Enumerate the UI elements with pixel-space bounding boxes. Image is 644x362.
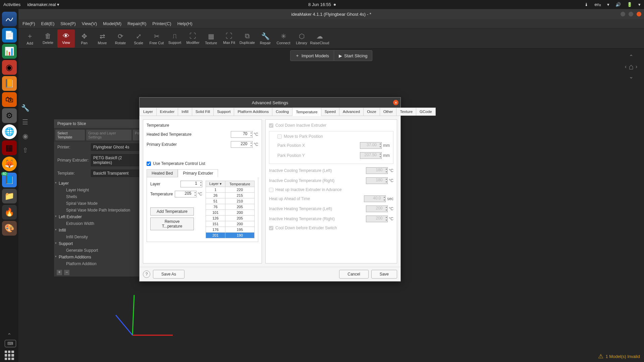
add-temperature-button[interactable]: Add Temperature bbox=[150, 207, 194, 216]
tab-advanced[interactable]: Advanced bbox=[339, 108, 364, 116]
battery-icon[interactable]: 🔋 bbox=[627, 2, 632, 7]
activities-button[interactable]: Activities bbox=[3, 2, 20, 7]
dock-app3-icon[interactable]: 🔥 bbox=[2, 205, 17, 220]
template-select[interactable]: Basicfil Transparent bbox=[91, 170, 141, 177]
tree-header[interactable]: Infill bbox=[54, 227, 144, 234]
tree-item[interactable]: Platform Addition bbox=[54, 260, 144, 267]
start-slicing-button[interactable]: ▶Start Slicing bbox=[334, 51, 372, 61]
subtab-primary-extruder[interactable]: Primary Extruder bbox=[178, 169, 218, 177]
table-row[interactable]: 176195 bbox=[206, 227, 255, 233]
table-row[interactable]: 1220 bbox=[206, 187, 255, 193]
list-icon[interactable]: ☰ bbox=[22, 118, 28, 126]
primary-ext-input[interactable]: 220 bbox=[231, 141, 253, 148]
show-apps-icon[interactable] bbox=[3, 349, 16, 362]
tab-speed[interactable]: Speed bbox=[321, 108, 339, 116]
tree-item[interactable]: Extrusion Width bbox=[54, 220, 144, 227]
save-as-button[interactable]: Save As bbox=[153, 270, 184, 279]
tool-move[interactable]: ⇄Move bbox=[94, 29, 111, 48]
power-icon[interactable]: ▾ bbox=[638, 2, 641, 7]
menu-file[interactable]: File(F) bbox=[22, 21, 35, 26]
clock[interactable]: 8 Jun 16:55 bbox=[308, 2, 331, 7]
table-row[interactable]: 151200 bbox=[206, 221, 255, 227]
use-temp-list-checkbox[interactable] bbox=[147, 162, 151, 166]
tree-item[interactable]: Spiral Vase Mode bbox=[54, 200, 144, 207]
minimize-button[interactable] bbox=[621, 12, 625, 16]
tab-cooling[interactable]: Cooling bbox=[272, 108, 292, 116]
tool-freecut[interactable]: ✂Free Cut bbox=[148, 29, 165, 48]
tree-header[interactable]: Layer bbox=[54, 180, 144, 187]
menu-view[interactable]: View(V) bbox=[82, 21, 97, 26]
dock-files-icon[interactable]: 📁 bbox=[2, 189, 17, 203]
remove-temperature-button[interactable]: Remove T...perature bbox=[150, 218, 194, 230]
input-lang[interactable]: en₂ bbox=[595, 2, 601, 7]
tab-group-layer[interactable]: Group and Layer Settings bbox=[86, 130, 131, 140]
dock-wireshark-icon[interactable] bbox=[2, 12, 17, 26]
table-row[interactable]: 26215 bbox=[206, 193, 255, 198]
tool-texture[interactable]: ▦Texture bbox=[202, 29, 220, 48]
tree-header[interactable]: Left Extruder bbox=[54, 214, 144, 220]
tree-item[interactable]: Layer Height bbox=[54, 187, 144, 193]
tab-select-template[interactable]: Select Template bbox=[55, 130, 85, 140]
printer-select[interactable]: Flyingbear Ghost 4s bbox=[91, 143, 141, 151]
wrench-small-icon[interactable]: 🔧 bbox=[21, 104, 30, 112]
tool-duplicate[interactable]: ⧉Duplicate bbox=[238, 29, 256, 48]
dock-app-icon[interactable]: ◉ bbox=[2, 60, 17, 75]
menu-model[interactable]: Model(M) bbox=[103, 21, 121, 26]
home-icon[interactable]: ⌂ bbox=[629, 62, 634, 71]
tool-add[interactable]: ＋Add bbox=[21, 29, 39, 48]
viewport-3d[interactable]: ＋Import Models ▶Start Slicing ⌃ ‹ ⌂ › ⌄ … bbox=[18, 49, 644, 362]
tab-ooze[interactable]: Ooze bbox=[363, 108, 380, 116]
tab-other[interactable]: Other bbox=[380, 108, 397, 116]
table-row[interactable]: 51210 bbox=[206, 198, 255, 204]
tool-modifier[interactable]: ⛶Modifier bbox=[184, 29, 202, 48]
dock-gimp-icon[interactable]: 🎨 bbox=[2, 221, 17, 236]
dock-software-icon[interactable]: 🛍 bbox=[2, 92, 17, 107]
cancel-button[interactable]: Cancel bbox=[339, 270, 368, 279]
play-small-icon[interactable]: ◉ bbox=[22, 132, 28, 140]
tool-repair[interactable]: 🔧Repair bbox=[257, 29, 274, 48]
tree-header[interactable]: Platform Additions bbox=[54, 254, 144, 260]
tool-scale[interactable]: ⤢Scale bbox=[130, 29, 147, 48]
save-button[interactable]: Save bbox=[371, 270, 397, 279]
dialog-close-button[interactable]: ✕ bbox=[393, 100, 398, 105]
menu-repair[interactable]: Repair(R) bbox=[127, 21, 146, 26]
menu-edit[interactable]: Edit(E) bbox=[41, 21, 55, 26]
dock-writer-icon[interactable]: 📄 bbox=[2, 28, 17, 43]
table-row[interactable]: 126205 bbox=[206, 216, 255, 221]
nav-down-icon[interactable]: ⌄ bbox=[625, 73, 637, 80]
table-row[interactable]: 76205 bbox=[206, 204, 255, 210]
menu-help[interactable]: Help(H) bbox=[177, 21, 193, 26]
tool-rotate[interactable]: ⟳Rotate bbox=[112, 29, 129, 48]
tab-extruder[interactable]: Extruder bbox=[156, 108, 178, 116]
nav-up-icon[interactable]: ⌃ bbox=[625, 54, 637, 60]
tool-support[interactable]: ⎍Support bbox=[166, 29, 183, 48]
onscreen-keyboard-icon[interactable]: ⌨ bbox=[5, 340, 16, 347]
close-button[interactable] bbox=[637, 12, 641, 16]
table-row[interactable]: 201190 bbox=[206, 233, 255, 238]
bed-temp-input[interactable]: 70 bbox=[231, 131, 253, 138]
layer-input[interactable]: 1 bbox=[180, 181, 202, 187]
tree-header[interactable]: Support bbox=[54, 240, 144, 247]
nav-right-icon[interactable]: › bbox=[636, 64, 637, 70]
thermometer-icon[interactable]: 🌡 bbox=[584, 2, 589, 7]
dock-app2-icon[interactable]: 40📘 bbox=[2, 173, 17, 187]
tab-platform-additions[interactable]: Platform Additions bbox=[234, 108, 272, 116]
tree-add-button[interactable]: + bbox=[57, 270, 62, 275]
wifi-icon[interactable]: ▾ bbox=[607, 2, 609, 7]
import-models-button[interactable]: ＋Import Models bbox=[290, 51, 334, 61]
tool-raisecloud[interactable]: ☁RaiseCloud bbox=[311, 29, 328, 48]
maximize-button[interactable] bbox=[629, 12, 633, 16]
help-button[interactable]: ? bbox=[143, 270, 150, 278]
tree-item[interactable]: Generate Support bbox=[54, 247, 144, 254]
tab-support[interactable]: Support bbox=[213, 108, 234, 116]
extruder-select[interactable]: PETG Basicfl (2 templates) bbox=[91, 154, 141, 166]
tool-maxfit[interactable]: ⛶Max Fit bbox=[220, 29, 238, 48]
tree-item[interactable]: Shells bbox=[54, 193, 144, 200]
menu-printer[interactable]: Printer(C) bbox=[152, 21, 171, 26]
tab-texture[interactable]: Texture bbox=[396, 108, 416, 116]
subtab-heated-bed[interactable]: Heated Bed bbox=[147, 169, 178, 177]
tab-layer[interactable]: Layer bbox=[140, 108, 157, 116]
app-menu[interactable]: ideamaker.real ▾ bbox=[27, 2, 59, 7]
tool-pan[interactable]: ✥Pan bbox=[75, 29, 93, 48]
nav-left-icon[interactable]: ‹ bbox=[625, 64, 627, 70]
